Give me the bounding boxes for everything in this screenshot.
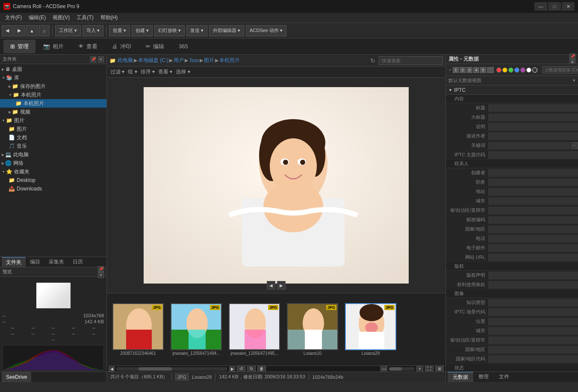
thumb-5[interactable]: JPG Lixians29 xyxy=(343,303,398,356)
tree-item-pictures[interactable]: ▼ 📁 图片 xyxy=(0,116,106,125)
keywords-btn[interactable]: ··· xyxy=(571,142,578,149)
preview-close[interactable]: ✕ xyxy=(98,272,104,278)
panel-close[interactable]: ✕ xyxy=(98,56,104,62)
iptc-subject-input[interactable] xyxy=(489,151,578,159)
tree-item-library[interactable]: ▼ 📚 库 xyxy=(0,73,106,82)
nav-forward[interactable]: ▶ xyxy=(14,25,25,36)
meta-view-arrow[interactable]: ▾ xyxy=(573,78,575,83)
menu-file[interactable]: 文件(F) xyxy=(2,13,25,23)
tree-item-downloads[interactable]: 📥 Downloads xyxy=(0,184,106,193)
address-input[interactable] xyxy=(489,188,578,196)
select-button[interactable]: 选择 ▾ xyxy=(176,68,190,76)
thumb-4[interactable]: JPG Lixians10 xyxy=(285,303,340,356)
star-4[interactable]: 4 xyxy=(473,67,479,73)
scroll-right-btn[interactable]: ▶ xyxy=(229,366,235,372)
intell-genre-input[interactable] xyxy=(489,299,578,307)
slideshow-button[interactable]: 幻灯放映 ▾ xyxy=(154,25,185,36)
ptab-calendar[interactable]: 日历 xyxy=(68,257,87,267)
path-users[interactable]: 用户 xyxy=(174,57,184,64)
scroll-left-btn[interactable]: ◀ xyxy=(109,366,115,372)
color-blue[interactable] xyxy=(514,67,519,73)
acdsee-actions-button[interactable]: ACDSee 动作 ▾ xyxy=(246,25,286,36)
star-1[interactable]: 1 xyxy=(453,67,459,73)
tab-print[interactable]: 🖨 冲印 xyxy=(105,40,138,53)
minimize-button[interactable]: — xyxy=(534,2,547,11)
state2-input[interactable] xyxy=(489,336,578,344)
keywords-input[interactable] xyxy=(489,142,570,149)
tab-edit[interactable]: ✏ 编辑 xyxy=(139,40,171,53)
tree-item-saved-pics[interactable]: ▶ 📁 保存的图片 xyxy=(0,82,106,91)
nav-home[interactable]: ⌂ xyxy=(39,25,50,36)
sort-button[interactable]: 排序 ▾ xyxy=(141,68,155,76)
tree-item-desktop[interactable]: ▶ 🖥 桌面 xyxy=(0,65,106,73)
tree-item-local-photos-sub[interactable]: 📁 本机照片 xyxy=(0,99,106,108)
phone-input[interactable] xyxy=(489,235,578,243)
prev-image-button[interactable]: ◀ xyxy=(267,281,275,290)
color-yellow[interactable] xyxy=(502,67,507,73)
send-button[interactable]: 发送 ▾ xyxy=(186,25,207,36)
country1-input[interactable] xyxy=(489,225,578,233)
rtab-organize[interactable]: 整理 xyxy=(473,372,494,382)
ptab-catalog[interactable]: 编目 xyxy=(26,257,44,267)
external-editor-button[interactable]: 外部编辑器 ▾ xyxy=(209,25,244,36)
color-red[interactable] xyxy=(496,67,501,73)
nav-up[interactable]: ▲ xyxy=(26,25,38,36)
rights-input[interactable] xyxy=(489,281,578,289)
next-image-button[interactable]: ▶ xyxy=(277,281,286,290)
right-panel-pin[interactable]: 📌 xyxy=(569,53,575,59)
ptab-folders[interactable]: 文件夹 xyxy=(2,257,26,267)
iptc-scene-input[interactable] xyxy=(489,308,578,316)
panel-pin[interactable]: 📌 xyxy=(90,56,96,62)
title-input[interactable] xyxy=(489,104,578,112)
country-code-input[interactable] xyxy=(489,355,578,363)
city1-input[interactable] xyxy=(489,197,578,205)
copyright-input[interactable] xyxy=(489,272,578,279)
search-input[interactable] xyxy=(379,56,443,65)
color-black[interactable] xyxy=(532,67,537,73)
tree-item-thispc[interactable]: ▶ 💻 此电脑 xyxy=(0,150,106,159)
ptab-basket[interactable]: 采集夹 xyxy=(44,257,68,267)
path-thispc[interactable]: 此电脑 xyxy=(118,57,133,64)
filter-button[interactable]: 过滤 ▾ xyxy=(110,68,124,76)
group-button[interactable]: 组 ▾ xyxy=(128,68,137,76)
menu-help[interactable]: 帮助(H) xyxy=(97,13,121,23)
color-green[interactable] xyxy=(508,67,513,73)
nav-back[interactable]: ◀ xyxy=(2,25,13,36)
rtab-metadata[interactable]: 元数据 xyxy=(448,372,473,382)
rtab-file[interactable]: 文件 xyxy=(494,372,514,382)
tab-online[interactable]: 365 xyxy=(172,40,195,53)
star-2[interactable]: 2 xyxy=(460,67,466,73)
iptc-header[interactable]: ▼ IPTC xyxy=(446,85,578,95)
thumb-2[interactable]: JPG jnwoaini_12056471494... xyxy=(168,303,224,356)
view-button[interactable]: 查看 ▾ xyxy=(158,68,172,76)
description-input[interactable] xyxy=(489,123,578,131)
path-localphotos[interactable]: 本机照片 xyxy=(219,57,240,64)
tab-view[interactable]: 👁 查看 xyxy=(71,40,104,53)
menu-tools[interactable]: 工具(T) xyxy=(73,13,97,23)
tree-item-documents[interactable]: 📄 文档 xyxy=(0,133,106,142)
tree-item-network[interactable]: ▶ 🌐 网络 xyxy=(0,159,106,167)
creator-input[interactable] xyxy=(489,169,578,177)
path-pictures[interactable]: 图片 xyxy=(204,57,214,64)
website-input[interactable] xyxy=(489,254,578,261)
workspace-button[interactable]: 工作区 ▾ xyxy=(55,25,81,36)
preview-pin[interactable]: 📌 xyxy=(98,266,104,272)
caption-writer-input[interactable] xyxy=(489,132,578,140)
jobtitle-input[interactable] xyxy=(489,178,578,186)
path-localdisk[interactable]: 本地磁盘 (C:) xyxy=(138,57,168,64)
menu-view[interactable]: 视图(V) xyxy=(49,13,73,23)
meta-preset-input[interactable] xyxy=(543,66,578,73)
horizontal-scrollbar[interactable]: ◀ ▶ ↺ ↻ 🗑 — + ⛶ ⊞ xyxy=(107,366,445,372)
color-purple[interactable] xyxy=(520,67,525,73)
location-input[interactable] xyxy=(489,318,578,325)
create-button[interactable]: 创建 ▾ xyxy=(132,25,153,36)
tab-photo[interactable]: 📷 相片 xyxy=(36,40,71,53)
thumb-3[interactable]: JPG jnwoaini_12056471495... xyxy=(227,303,282,356)
color-white[interactable] xyxy=(526,67,531,73)
close-button[interactable]: ✕ xyxy=(562,2,575,11)
tree-item-local-photos[interactable]: ▼ 📁 本机照片 xyxy=(0,91,106,99)
email-input[interactable] xyxy=(489,244,578,252)
tree-item-favorites[interactable]: ▼ ⭐ 收藏夹 xyxy=(0,167,106,176)
tree-item-music[interactable]: 🎵 音乐 xyxy=(0,142,106,150)
postcode-input[interactable] xyxy=(489,216,578,224)
